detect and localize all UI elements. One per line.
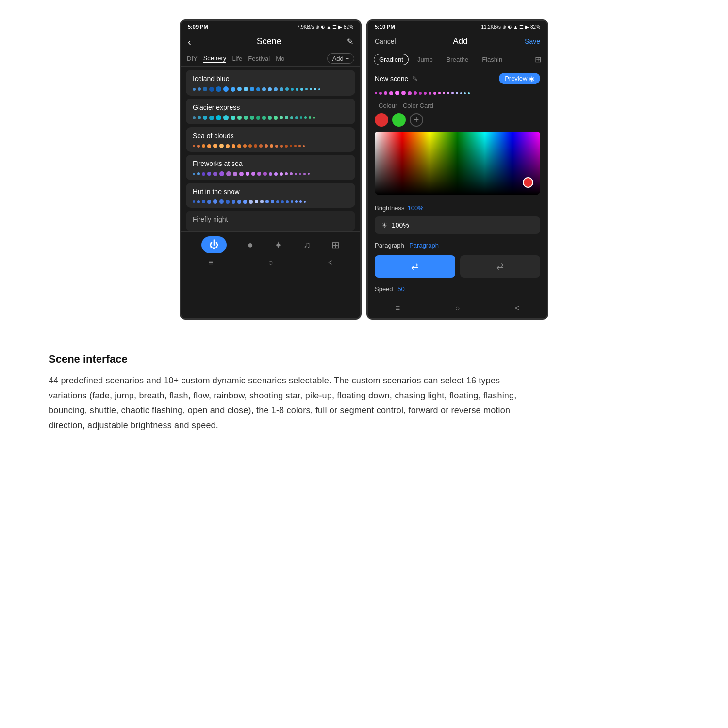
color-picker[interactable] (375, 132, 540, 195)
hut-dots (193, 199, 348, 204)
grid-tabs-icon[interactable]: ⊞ (535, 55, 541, 64)
menu-button[interactable]: ≡ (209, 258, 213, 267)
paragraph-row: Paragraph Paragraph (368, 238, 547, 252)
dot (433, 92, 436, 95)
tab-diy[interactable]: DIY (187, 55, 198, 62)
cancel-button[interactable]: Cancel (375, 37, 396, 45)
dot (193, 116, 196, 119)
swatch-green[interactable] (392, 113, 406, 127)
paragraph-btn-forward[interactable]: ⇄ (375, 255, 455, 278)
speed-value: 50 (397, 285, 404, 293)
bottom-icons: ⏻ ● ✦ ♫ ⊞ (181, 236, 360, 256)
bulb-icon[interactable]: ● (248, 239, 253, 250)
dot (216, 86, 221, 92)
back-nav-button[interactable]: < (328, 258, 332, 267)
palette-icon[interactable]: ✦ (274, 239, 282, 251)
scene-item-fireworks[interactable]: Fireworks at sea (186, 155, 355, 180)
description-section: Scene interface 44 predefined scenarios … (19, 343, 553, 442)
dot (209, 116, 214, 120)
dot (223, 115, 229, 120)
dot (237, 87, 242, 91)
brightness-slider[interactable]: ☀ 100% (375, 216, 540, 234)
phone2-header: Cancel Add Save (368, 33, 547, 50)
add-button[interactable]: Add + (327, 53, 354, 64)
fireworks-dots (193, 171, 348, 176)
phone2-menu-button[interactable]: ≡ (396, 304, 400, 313)
dot (304, 116, 307, 119)
dot (216, 115, 221, 120)
colour-section: Colour Color Card + (368, 98, 547, 201)
scene-item-glacier[interactable]: Glacier express (186, 99, 355, 124)
home-button[interactable]: ○ (268, 258, 273, 267)
effect-tab-jump[interactable]: Jump (413, 54, 438, 65)
dot (244, 116, 248, 120)
dot (299, 173, 301, 175)
dot (231, 87, 235, 92)
grid-icon[interactable]: ⊞ (331, 239, 340, 251)
add-swatch-button[interactable]: + (410, 113, 423, 127)
tab-scenery[interactable]: Scenery (203, 54, 227, 63)
effect-tab-flashin[interactable]: Flashin (477, 54, 507, 65)
tab-life[interactable]: Life (232, 55, 242, 62)
sea-dots (193, 144, 348, 148)
dot (308, 173, 310, 175)
color-picker-handle[interactable] (523, 177, 533, 188)
dot (460, 92, 462, 94)
dot (265, 144, 268, 148)
phone2-back-button[interactable]: < (515, 304, 519, 313)
save-button[interactable]: Save (525, 37, 540, 45)
phone2-status-right: 11.2KB/s ⊕ ☯ ▲ ☰ ▶ 82% (481, 24, 540, 30)
phone2-title: Add (453, 36, 467, 46)
dot (443, 92, 445, 94)
dot (255, 200, 258, 203)
scene-item-sea[interactable]: Sea of clouds (186, 127, 355, 152)
scene-item-firefly[interactable]: Firefly night (186, 211, 355, 231)
power-button[interactable]: ⏻ (201, 236, 227, 253)
dot (233, 172, 237, 176)
swatch-red[interactable] (375, 113, 388, 127)
phone1-network: 7.9KB/s (297, 24, 314, 30)
dot (438, 92, 441, 94)
dot (305, 88, 308, 90)
iceland-dots (193, 86, 348, 92)
tab-mo[interactable]: Mo (276, 55, 284, 62)
dot (246, 172, 249, 176)
scene-item-hut[interactable]: Hut in the snow (186, 183, 355, 208)
scene-name-field[interactable]: New scene ✎ (375, 75, 418, 83)
dot (295, 116, 298, 119)
description-title: Scene interface (49, 353, 524, 365)
brightness-row: Brightness 100% (368, 201, 547, 215)
dot (197, 172, 200, 175)
dot (429, 92, 431, 95)
description-body: 44 predefined scenarios and 10+ custom d… (49, 373, 524, 432)
effect-tab-breathe[interactable]: Breathe (442, 54, 474, 65)
color-gradient (375, 132, 540, 195)
dot (213, 172, 217, 176)
dot (280, 87, 283, 91)
tab-festival[interactable]: Festival (248, 55, 270, 62)
dot (262, 87, 266, 91)
phone2-home-button[interactable]: ○ (455, 304, 460, 313)
dot (295, 200, 298, 203)
dot (202, 200, 205, 203)
phone1-status-right: 7.9KB/s ⊕ ☯ ▲ ☰ ▶ 82% (297, 24, 353, 30)
paragraph-btn-reverse[interactable]: ⇄ (460, 255, 541, 278)
edit-button[interactable]: ✎ (347, 37, 353, 46)
music-icon[interactable]: ♫ (303, 239, 311, 250)
phone1-screen: 5:09 PM 7.9KB/s ⊕ ☯ ▲ ☰ ▶ 82% ‹ Scene ✎ … (180, 19, 362, 320)
scene-tabs: DIY Scenery Life Festival Mo Add + (181, 50, 360, 67)
dot (193, 173, 195, 175)
scene-item-iceland[interactable]: Iceland blue (186, 70, 355, 96)
dot (375, 92, 377, 94)
dot (401, 91, 406, 95)
scene-name-hut: Hut in the snow (193, 188, 348, 196)
back-button[interactable]: ‹ (188, 37, 191, 47)
preview-button[interactable]: Preview ◉ (499, 73, 540, 84)
dot (280, 116, 283, 119)
effect-tab-gradient[interactable]: Gradient (374, 54, 409, 65)
dot (309, 116, 311, 119)
dot (294, 145, 297, 147)
phones-container: 5:09 PM 7.9KB/s ⊕ ☯ ▲ ☰ ▶ 82% ‹ Scene ✎ … (19, 19, 709, 320)
dot (243, 200, 247, 204)
dot (219, 199, 224, 204)
